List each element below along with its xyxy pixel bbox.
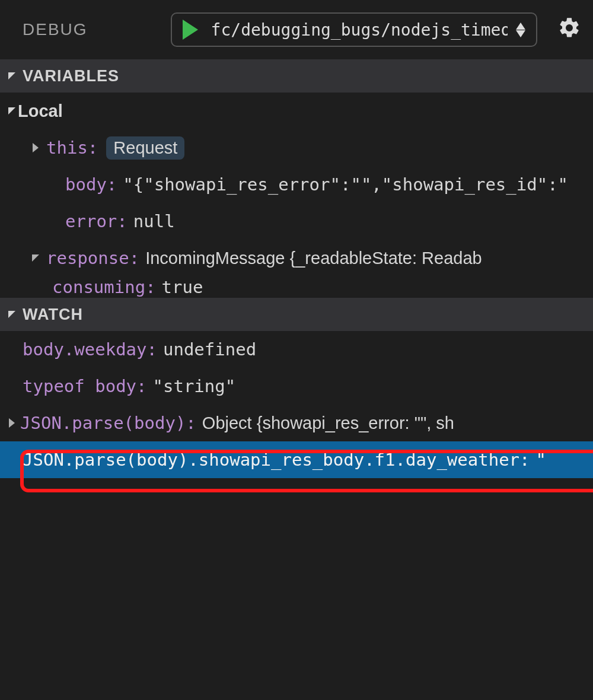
svg-marker-3 — [8, 72, 15, 79]
watch-expression-selected[interactable]: JSON.parse(body).showapi_res_body.f1.day… — [0, 441, 593, 478]
variable-body[interactable]: body: "{"showapi_res_error":"","showapi_… — [0, 166, 593, 203]
variable-response[interactable]: response: IncomingMessage {_readableStat… — [0, 240, 593, 276]
watch-value: "string" — [153, 376, 236, 396]
svg-marker-7 — [8, 311, 15, 318]
chevron-right-icon — [6, 418, 18, 428]
watch-name: JSON.parse(body) — [20, 413, 186, 433]
watch-value: Object {showapi_res_error: "", sh — [202, 413, 454, 433]
scope-local[interactable]: Local — [0, 93, 593, 129]
svg-marker-0 — [183, 20, 198, 40]
debug-title: DEBUG — [23, 20, 88, 39]
variable-name: response — [46, 248, 129, 268]
watch-expression[interactable]: typeof body: "string" — [0, 368, 593, 405]
chevron-down-icon — [6, 106, 18, 116]
settings-button[interactable] — [557, 16, 581, 44]
watch-section-title: WATCH — [23, 306, 83, 324]
variables-section-title: VARIABLES — [23, 67, 119, 85]
launch-config-selector[interactable]: fc/debugging_bugs/nodejs_timeout — [171, 12, 537, 47]
variables-section-header[interactable]: VARIABLES — [0, 59, 593, 93]
watch-name: JSON.parse(body).showapi_res_body.f1.day… — [23, 450, 519, 470]
launch-config-label: fc/debugging_bugs/nodejs_timeout — [211, 20, 508, 40]
variable-value: true — [162, 277, 203, 297]
watch-expression[interactable]: body.weekday: undefined — [0, 331, 593, 368]
watch-name: body.weekday — [23, 339, 147, 359]
svg-marker-1 — [516, 23, 525, 30]
svg-marker-8 — [9, 418, 15, 428]
watch-section-header[interactable]: WATCH — [0, 298, 593, 331]
chevron-right-icon — [30, 143, 42, 152]
play-icon — [180, 20, 200, 40]
variable-name: body — [65, 174, 107, 195]
watch-name: typeof body — [23, 376, 136, 396]
variable-this[interactable]: this: Request — [0, 129, 593, 166]
chevron-down-icon — [6, 310, 18, 319]
variable-value: Request — [106, 136, 184, 160]
variable-name: this — [46, 138, 88, 158]
svg-marker-6 — [32, 254, 39, 262]
scope-label: Local — [18, 101, 63, 121]
variable-value: null — [133, 211, 175, 231]
variable-value: IncomingMessage {_readableState: Readab — [145, 249, 482, 268]
svg-marker-2 — [516, 30, 525, 37]
variable-value: "{"showapi_res_error":"","showapi_res_id… — [123, 174, 568, 195]
watch-expression[interactable]: JSON.parse(body): Object {showapi_res_er… — [0, 405, 593, 441]
watch-value: undefined — [163, 339, 256, 359]
variable-name: error — [65, 211, 117, 231]
variable-consuming[interactable]: consuming: true — [0, 276, 593, 298]
chevron-down-icon — [30, 253, 42, 263]
debug-header: DEBUG fc/debugging_bugs/nodejs_timeout — [0, 0, 593, 59]
chevron-down-icon — [6, 71, 18, 81]
updown-icon — [516, 23, 525, 37]
svg-marker-4 — [8, 107, 15, 114]
watch-value: " — [536, 450, 546, 470]
svg-marker-5 — [33, 143, 39, 152]
start-debug-button[interactable] — [180, 20, 200, 40]
variable-name: consuming — [52, 277, 145, 297]
variable-error[interactable]: error: null — [0, 203, 593, 240]
gear-icon — [557, 16, 581, 40]
